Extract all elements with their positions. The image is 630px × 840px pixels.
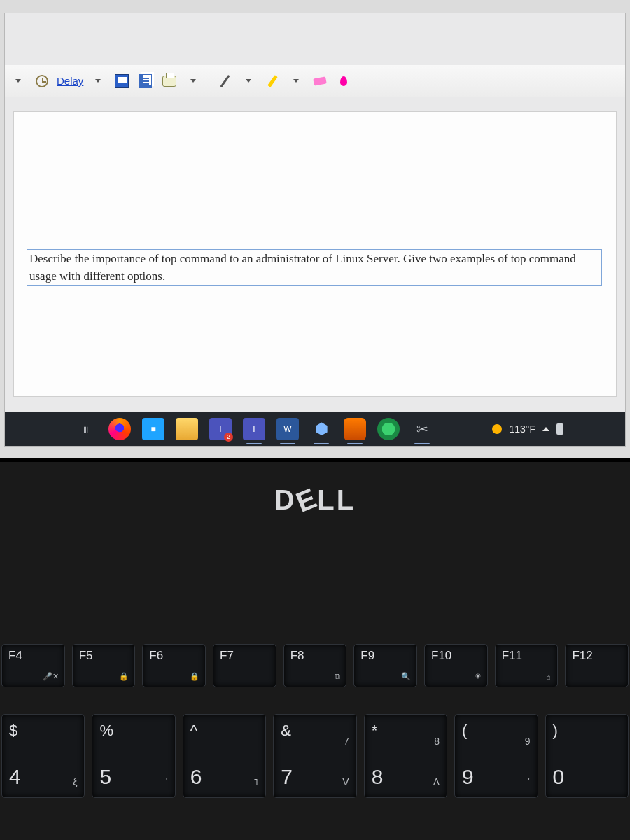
firefox-icon[interactable] <box>108 418 131 440</box>
key-f7: F7 <box>213 644 276 687</box>
pen-dropdown[interactable] <box>239 71 258 92</box>
app-icon-orange[interactable] <box>344 418 366 440</box>
key-7: &77V <box>273 714 356 798</box>
teams-icon-1[interactable]: T2 <box>209 418 232 440</box>
key-f11: F11☼ <box>495 644 559 687</box>
clock-icon <box>36 75 48 88</box>
usb-icon[interactable] <box>556 424 564 435</box>
camera-icon[interactable]: ■ <box>142 418 164 440</box>
key-f5: F5🔒 <box>72 644 136 687</box>
key-f4: F4🎤✕ <box>1 644 65 687</box>
weather-text[interactable]: 113°F <box>509 424 536 435</box>
toolbar-dropdown-2[interactable] <box>184 71 202 92</box>
tray-overflow-icon[interactable] <box>542 427 550 431</box>
word-icon[interactable]: W <box>276 418 299 440</box>
save-icon <box>115 74 129 88</box>
key-f10: F10☀ <box>424 644 488 687</box>
color-button[interactable] <box>335 71 353 92</box>
toolbar-separator <box>209 71 209 92</box>
browser-globe-icon[interactable] <box>377 418 400 440</box>
weather-icon <box>492 424 502 434</box>
key-4: $4ξ <box>1 714 85 798</box>
key-8: *88Λ <box>364 714 447 798</box>
print-button[interactable] <box>160 71 178 92</box>
document-canvas[interactable]: Describe the importance of top command t… <box>13 111 617 397</box>
package-icon[interactable]: ⬢ <box>310 418 332 440</box>
key-f6: F6🔒 <box>142 644 206 687</box>
key-0: )0 <box>545 714 629 798</box>
system-tray: 113°F <box>492 424 564 435</box>
laptop-brand-logo: DELL <box>0 484 630 516</box>
file-explorer-icon[interactable] <box>176 418 198 440</box>
color-drop-icon <box>340 76 347 86</box>
key-6: ^6˥ <box>183 714 266 798</box>
paragraph-text: Describe the importance of top command t… <box>29 251 601 285</box>
delay-label[interactable]: Delay <box>57 75 83 87</box>
key-9: (99ʿ <box>454 714 538 798</box>
snipping-tool-icon[interactable]: ✂ <box>411 418 433 440</box>
physical-keyboard: F4🎤✕F5🔒F6🔒F7F8⧉F9🔍F10☀F11☼F12 $4ξ%5ʾ^6˥&… <box>0 644 630 840</box>
highlighter-icon <box>267 75 277 88</box>
highlighter-button[interactable] <box>263 71 281 92</box>
key-f8: F8⧉ <box>284 644 347 687</box>
toolbar-dropdown-1[interactable] <box>9 71 27 92</box>
annotation-toolbar: Delay <box>5 65 625 97</box>
save-button[interactable] <box>113 71 131 92</box>
delay-dropdown[interactable] <box>89 71 107 92</box>
copy-icon <box>139 74 152 88</box>
key-f9: F9🔍 <box>354 644 417 687</box>
key-f12: F12 <box>565 644 629 687</box>
highlighter-dropdown[interactable] <box>287 71 305 92</box>
windows-taskbar: ⫼ ■ T2 T W ⬢ ✂ 113°F <box>5 412 625 446</box>
eraser-button[interactable] <box>311 71 329 92</box>
key-5: %5ʾ <box>92 714 175 798</box>
eraser-icon <box>314 76 327 85</box>
pen-icon <box>220 74 230 87</box>
pen-button[interactable] <box>216 71 234 92</box>
teams-icon-2[interactable]: T <box>243 418 265 440</box>
task-view-icon[interactable]: ⫼ <box>75 418 97 440</box>
print-icon <box>162 76 176 87</box>
copy-button[interactable] <box>136 71 155 92</box>
delay-button[interactable] <box>33 71 51 92</box>
